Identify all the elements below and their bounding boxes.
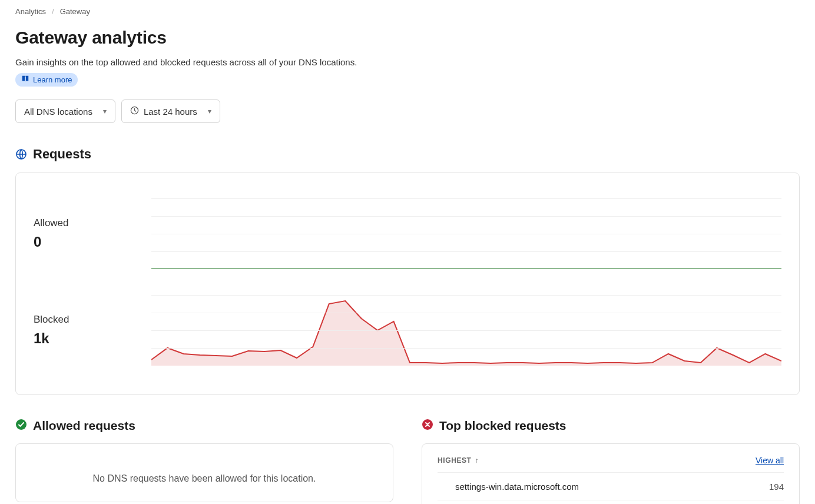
check-circle-icon xyxy=(15,419,27,433)
view-all-link[interactable]: View all xyxy=(756,456,784,465)
blocked-label: Blocked xyxy=(34,314,128,326)
page-subtitle: Gain insights on the top allowed and blo… xyxy=(15,57,800,67)
book-icon xyxy=(21,75,29,85)
allowed-row: Allowed 0 xyxy=(34,190,781,278)
allowed-requests-column: Allowed requests No DNS requests have be… xyxy=(15,419,393,504)
highest-label: HIGHEST xyxy=(438,456,472,465)
allowed-requests-head: Allowed requests xyxy=(15,419,393,433)
page-title: Gateway analytics xyxy=(15,28,800,48)
allowed-requests-title: Allowed requests xyxy=(33,419,135,433)
requests-card: Allowed 0 Blocked 1k xyxy=(15,173,800,395)
allowed-label: Allowed xyxy=(34,217,128,229)
highest-sort-header[interactable]: HIGHEST ↑ xyxy=(438,456,479,465)
clock-icon xyxy=(130,106,139,117)
top-blocked-card: HIGHEST ↑ View all settings-win.data.mic… xyxy=(422,443,800,504)
top-blocked-title: Top blocked requests xyxy=(439,419,566,433)
allowed-chart xyxy=(151,198,781,269)
blocked-count: 194 xyxy=(769,482,784,492)
filter-bar: All DNS locations ▾ Last 24 hours ▾ xyxy=(15,100,800,123)
chevron-down-icon: ▾ xyxy=(103,107,107,115)
breadcrumb-separator: / xyxy=(52,7,54,16)
time-range-select[interactable]: Last 24 hours ▾ xyxy=(121,100,220,123)
globe-icon xyxy=(15,148,27,160)
requests-section-head: Requests xyxy=(15,147,800,162)
top-blocked-head: Top blocked requests xyxy=(422,419,800,433)
blocked-row[interactable]: app-measurement.com 164 xyxy=(438,500,784,504)
blocked-list: settings-win.data.microsoft.com 194 app-… xyxy=(438,473,784,504)
time-range-label: Last 24 hours xyxy=(144,107,197,117)
blocked-row[interactable]: settings-win.data.microsoft.com 194 xyxy=(438,473,784,500)
breadcrumb: Analytics / Gateway xyxy=(15,7,800,16)
blocked-chart xyxy=(151,295,781,366)
arrow-up-icon: ↑ xyxy=(475,456,479,465)
blocked-row: Blocked 1k xyxy=(34,286,781,374)
top-blocked-column: Top blocked requests HIGHEST ↑ View all … xyxy=(422,419,800,504)
requests-section-title: Requests xyxy=(33,147,91,162)
locations-select[interactable]: All DNS locations ▾ xyxy=(15,100,115,123)
blocked-value: 1k xyxy=(34,330,128,347)
breadcrumb-current: Gateway xyxy=(60,7,90,16)
breadcrumb-parent[interactable]: Analytics xyxy=(15,7,46,16)
learn-more-label: Learn more xyxy=(33,75,72,84)
allowed-empty-message: No DNS requests have been allowed for th… xyxy=(16,444,393,502)
chevron-down-icon: ▾ xyxy=(208,107,211,115)
allowed-value: 0 xyxy=(34,234,128,250)
x-circle-icon xyxy=(422,419,433,433)
allowed-requests-card: No DNS requests have been allowed for th… xyxy=(15,443,393,502)
blocked-domain: settings-win.data.microsoft.com xyxy=(455,482,579,492)
learn-more-button[interactable]: Learn more xyxy=(15,73,78,87)
locations-select-label: All DNS locations xyxy=(24,107,92,117)
